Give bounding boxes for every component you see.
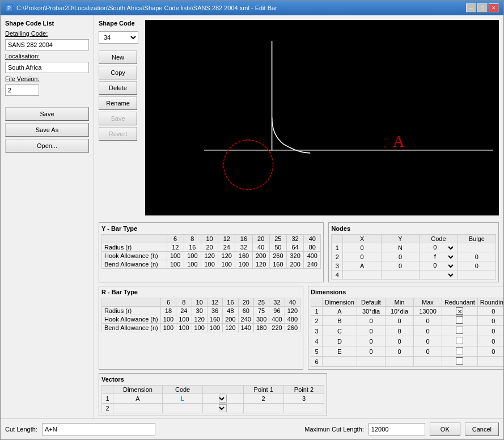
dim-row3-max[interactable]: 0 <box>413 326 442 336</box>
ok-button[interactable]: OK <box>430 422 460 436</box>
dim-row6-max[interactable] <box>413 357 442 367</box>
dim-row6-rounding[interactable] <box>477 357 503 367</box>
redundant-checkbox-1[interactable]: ✕ <box>456 307 463 315</box>
revert-button[interactable]: Revert <box>99 127 137 141</box>
nodes-row4-x[interactable] <box>343 270 381 280</box>
r-h-10: 120 <box>192 315 207 324</box>
shape-code-select[interactable]: 34 <box>99 31 138 44</box>
dim-row1-redundant[interactable]: ✕ <box>442 307 477 316</box>
dim-row6-min[interactable] <box>385 357 413 367</box>
dim-row1-dim[interactable]: A <box>323 307 357 316</box>
redundant-checkbox-2[interactable] <box>456 316 463 324</box>
dim-row4-redundant[interactable] <box>442 336 477 346</box>
redundant-checkbox-6[interactable] <box>456 357 463 365</box>
redundant-checkbox-4[interactable] <box>456 337 463 344</box>
vec-row1-p1[interactable]: 2 <box>243 394 283 404</box>
r-b-25: 180 <box>253 324 269 332</box>
vec-row2-code[interactable] <box>162 404 202 413</box>
nodes-row2-y[interactable]: 0 <box>381 252 419 261</box>
dim-row6-dim[interactable] <box>323 357 357 367</box>
table-row: Hook Allowance (h) 100 100 120 160 200 2… <box>102 315 300 324</box>
dim-row5-dim[interactable]: E <box>323 346 357 357</box>
detailing-code-input[interactable] <box>5 39 89 50</box>
file-version-input[interactable] <box>5 84 39 96</box>
dim-row5-rounding[interactable]: 0 <box>477 346 503 357</box>
vec-row2-p2[interactable] <box>283 404 324 413</box>
nodes-row1-x[interactable]: 0 <box>343 243 381 252</box>
nodes-row4-y[interactable] <box>381 270 419 280</box>
y-bar-h8: 8 <box>184 235 201 243</box>
redundant-checkbox-3[interactable] <box>456 327 463 334</box>
nodes-row2-dropdown[interactable]: ▼ <box>448 253 455 260</box>
vec-row2-p1[interactable] <box>243 404 283 413</box>
dim-row2-redundant[interactable] <box>442 316 477 326</box>
dim-row4-min[interactable]: 0 <box>385 336 413 346</box>
dim-row4-default[interactable]: 0 <box>357 336 385 346</box>
nodes-section: Nodes X Y Code Bulge <box>328 222 499 282</box>
r-r-20: 60 <box>238 307 253 315</box>
dim-row3-default[interactable]: 0 <box>357 326 385 336</box>
maximize-button[interactable]: □ <box>477 3 488 12</box>
cancel-button[interactable]: Cancel <box>465 422 499 436</box>
dim-row1-default[interactable]: 30*dia <box>357 307 385 316</box>
dim-row1-rounding[interactable]: 0 <box>477 307 503 316</box>
new-button[interactable]: New <box>99 50 137 64</box>
dim-row3-redundant[interactable] <box>442 326 477 336</box>
rename-button[interactable]: Rename <box>99 96 137 110</box>
dim-row5-default[interactable]: 0 <box>357 346 385 357</box>
max-cut-length-input[interactable] <box>369 423 425 435</box>
table-row: Hook Allowance (h) 100 100 120 120 160 2… <box>102 252 321 260</box>
dim-row3-min[interactable]: 0 <box>385 326 413 336</box>
dim-row5-redundant[interactable] <box>442 346 477 357</box>
dim-row3-num: 3 <box>311 326 323 336</box>
dim-row4-rounding[interactable]: 0 <box>477 336 503 346</box>
y-b-16: 100 <box>235 260 252 269</box>
nodes-row3-code: 0▼ <box>420 261 458 270</box>
nodes-row4-dropdown[interactable]: ▼ <box>448 272 455 278</box>
y-h-32: 320 <box>286 252 303 260</box>
dim-row6-redundant[interactable] <box>442 357 477 367</box>
r-b-12: 100 <box>207 324 222 332</box>
save-button[interactable]: Save <box>5 107 89 121</box>
nodes-row3-dropdown[interactable]: ▼ <box>448 263 455 269</box>
dim-row4-dim[interactable]: D <box>323 336 357 346</box>
vec-row1-code[interactable]: L <box>162 394 202 404</box>
vectors-section: Vectors Dimension Code Point 1 Point 2 <box>99 373 327 416</box>
dim-row6-default[interactable] <box>357 357 385 367</box>
localisation-input[interactable] <box>5 62 89 73</box>
sc-save-button[interactable]: Save <box>99 112 137 125</box>
minimize-button[interactable]: ─ <box>466 3 476 12</box>
dim-row2-max[interactable]: 0 <box>413 316 442 326</box>
dim-row5-max[interactable]: 0 <box>413 346 442 357</box>
save-as-button[interactable]: Save As <box>5 123 89 137</box>
nodes-row3-x[interactable]: A <box>343 261 381 270</box>
nodes-row3-y[interactable]: 0 <box>381 261 419 270</box>
r-bar-h12: 12 <box>207 298 222 307</box>
vec-row1-p2[interactable]: 3 <box>283 394 324 404</box>
cut-length-input[interactable] <box>42 423 155 435</box>
dim-row1-max[interactable]: 13000 <box>413 307 442 316</box>
vec-row1-dim[interactable]: A <box>113 394 163 404</box>
vec-row2-code-dropdown[interactable]: ▼ <box>219 404 227 412</box>
dim-row2-min[interactable]: 0 <box>385 316 413 326</box>
open-button[interactable]: Open... <box>5 139 89 153</box>
copy-button[interactable]: Copy <box>99 66 137 79</box>
vec-row2-dim[interactable] <box>113 404 163 413</box>
dim-row4-max[interactable]: 0 <box>413 336 442 346</box>
r-b-6: 100 <box>160 324 176 332</box>
dim-row2-default[interactable]: 0 <box>357 316 385 326</box>
nodes-row3-num: 3 <box>332 261 343 270</box>
dim-row3-rounding[interactable]: 0 <box>477 326 503 336</box>
nodes-row2-x[interactable]: 0 <box>343 252 381 261</box>
delete-button[interactable]: Delete <box>99 81 137 95</box>
redundant-checkbox-5[interactable] <box>456 347 463 354</box>
nodes-row1-dropdown[interactable]: ▼ <box>448 244 455 251</box>
vec-row1-code-dropdown[interactable]: ▼ <box>219 395 227 403</box>
close-button[interactable]: ✕ <box>489 3 499 12</box>
dim-row2-rounding[interactable]: 0 <box>477 316 503 326</box>
dim-row5-min[interactable]: 0 <box>385 346 413 357</box>
dim-row1-min[interactable]: 10*dia <box>385 307 413 316</box>
dim-row2-dim[interactable]: B <box>323 316 357 326</box>
nodes-row1-y[interactable]: N <box>381 243 419 252</box>
dim-row3-dim[interactable]: C <box>323 326 357 336</box>
